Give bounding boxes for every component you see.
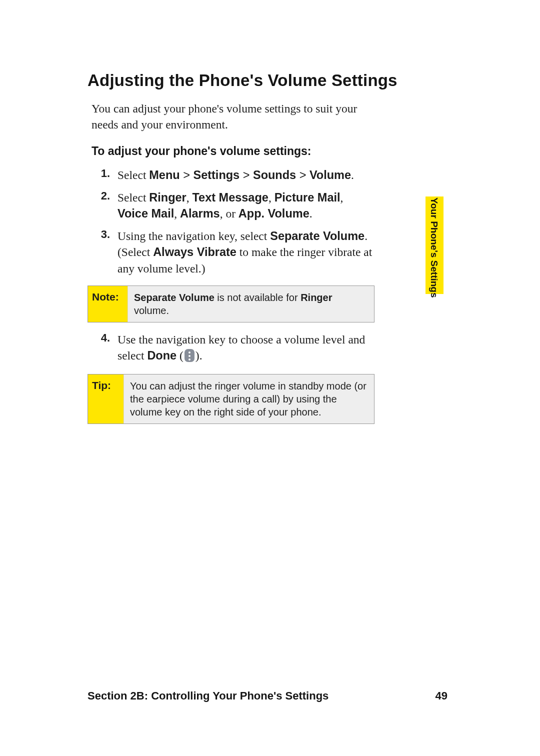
note-label: Note: xyxy=(88,286,128,322)
note-body: Separate Volume is not available for Rin… xyxy=(128,286,374,322)
step-4: 4. Use the navigation key to choose a vo… xyxy=(88,332,375,364)
tip-label: Tip: xyxy=(88,374,124,424)
step-body: Use the navigation key to choose a volum… xyxy=(118,332,375,364)
step-2: 2. Select Ringer, Text Message, Picture … xyxy=(88,190,375,222)
side-tab: Your Phone's Settings xyxy=(426,196,444,294)
page-footer: Section 2B: Controlling Your Phone's Set… xyxy=(88,690,448,702)
intro-paragraph: You can adjust your phone's volume setti… xyxy=(92,101,372,132)
steps-list: 1. Select Menu > Settings > Sounds > Vol… xyxy=(88,167,375,276)
step-body: Using the navigation key, select Separat… xyxy=(118,228,375,276)
footer-title: Section 2B: Controlling Your Phone's Set… xyxy=(88,690,328,702)
page-number: 49 xyxy=(436,690,448,702)
page-title: Adjusting the Phone's Volume Settings xyxy=(88,71,458,90)
side-tab-label: Your Phone's Settings xyxy=(428,198,440,298)
step-1: 1. Select Menu > Settings > Sounds > Vol… xyxy=(88,167,375,183)
step-number: 1. xyxy=(88,167,118,180)
step-3: 3. Using the navigation key, select Sepa… xyxy=(88,228,375,276)
tip-callout: Tip: You can adjust the ringer volume in… xyxy=(88,374,374,424)
tip-body: You can adjust the ringer volume in stan… xyxy=(124,374,374,424)
softkey-icon xyxy=(184,349,194,362)
step-number: 3. xyxy=(88,228,118,241)
steps-list-continued: 4. Use the navigation key to choose a vo… xyxy=(88,332,375,364)
manual-page: Adjusting the Phone's Volume Settings Yo… xyxy=(0,0,540,756)
step-body: Select Menu > Settings > Sounds > Volume… xyxy=(118,167,375,183)
page-content: Adjusting the Phone's Volume Settings Yo… xyxy=(88,71,458,431)
note-callout: Note: Separate Volume is not available f… xyxy=(88,286,374,322)
step-number: 4. xyxy=(88,332,118,344)
instruction-heading: To adjust your phone's volume settings: xyxy=(92,144,458,158)
step-number: 2. xyxy=(88,190,118,202)
step-body: Select Ringer, Text Message, Picture Mai… xyxy=(118,190,375,222)
